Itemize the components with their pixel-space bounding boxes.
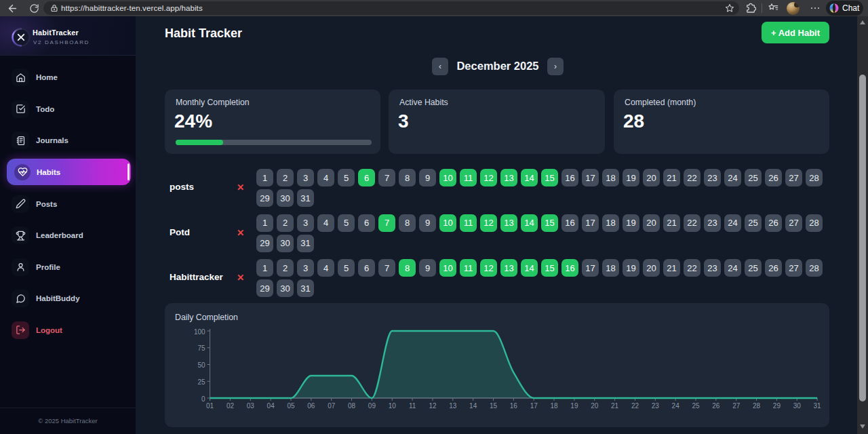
svg-text:06: 06 — [307, 402, 315, 410]
svg-text:25: 25 — [692, 402, 700, 410]
svg-text:05: 05 — [287, 402, 295, 410]
svg-text:25: 25 — [197, 378, 205, 386]
svg-text:31: 31 — [814, 402, 822, 410]
svg-text:50: 50 — [197, 361, 205, 369]
svg-text:27: 27 — [732, 402, 741, 410]
svg-text:03: 03 — [247, 402, 255, 410]
svg-text:13: 13 — [449, 402, 457, 410]
svg-text:26: 26 — [712, 402, 720, 410]
svg-text:21: 21 — [611, 402, 619, 410]
svg-text:17: 17 — [530, 402, 538, 410]
svg-text:0: 0 — [201, 395, 205, 403]
svg-text:14: 14 — [469, 402, 477, 410]
svg-text:07: 07 — [328, 402, 336, 410]
svg-text:02: 02 — [226, 402, 235, 410]
svg-text:11: 11 — [409, 402, 416, 410]
svg-text:100: 100 — [194, 328, 205, 336]
svg-text:24: 24 — [672, 402, 680, 410]
svg-text:20: 20 — [591, 402, 599, 410]
svg-text:18: 18 — [550, 402, 558, 410]
svg-text:23: 23 — [652, 402, 660, 410]
svg-text:09: 09 — [368, 402, 376, 410]
svg-text:28: 28 — [753, 402, 761, 410]
svg-text:29: 29 — [773, 402, 781, 410]
svg-text:16: 16 — [510, 402, 518, 410]
svg-text:08: 08 — [348, 402, 356, 410]
svg-text:75: 75 — [197, 344, 205, 352]
svg-text:04: 04 — [267, 402, 275, 410]
svg-text:01: 01 — [206, 402, 214, 410]
svg-text:22: 22 — [631, 402, 639, 410]
svg-text:15: 15 — [490, 402, 498, 410]
svg-text:10: 10 — [389, 402, 397, 410]
svg-text:30: 30 — [793, 402, 802, 410]
svg-text:19: 19 — [570, 402, 578, 410]
svg-text:12: 12 — [429, 402, 437, 410]
